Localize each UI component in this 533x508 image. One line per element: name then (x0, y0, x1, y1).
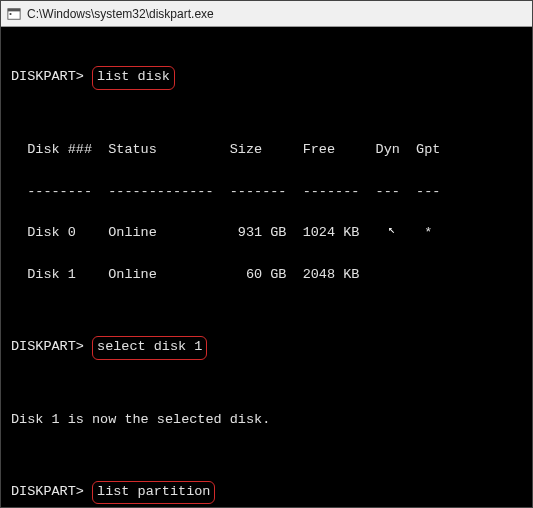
app-icon (7, 7, 21, 21)
cmd-list-partition: list partition (92, 481, 215, 505)
cmd-window: C:\Windows\system32\diskpart.exe DISKPAR… (0, 0, 533, 508)
list-disk-divider: -------- ------------- ------- ------- -… (11, 182, 522, 203)
cmd-select-disk: select disk 1 (92, 336, 207, 360)
terminal-output[interactable]: DISKPART> list disk Disk ### Status Size… (1, 27, 532, 508)
cmd-list-disk: list disk (92, 66, 175, 90)
window-title: C:\Windows\system32\diskpart.exe (27, 7, 214, 21)
prompt: DISKPART> (11, 339, 84, 354)
prompt: DISKPART> (11, 69, 84, 84)
prompt: DISKPART> (11, 484, 84, 499)
svg-rect-1 (8, 8, 20, 11)
list-disk-header: Disk ### Status Size Free Dyn Gpt (11, 140, 522, 161)
svg-rect-2 (10, 13, 12, 15)
list-disk-row: Disk 0 Online 931 GB 1024 KB * (11, 223, 522, 244)
window-titlebar[interactable]: C:\Windows\system32\diskpart.exe (1, 1, 532, 27)
list-disk-row: Disk 1 Online 60 GB 2048 KB (11, 265, 522, 286)
msg-disk-selected: Disk 1 is now the selected disk. (11, 410, 522, 431)
